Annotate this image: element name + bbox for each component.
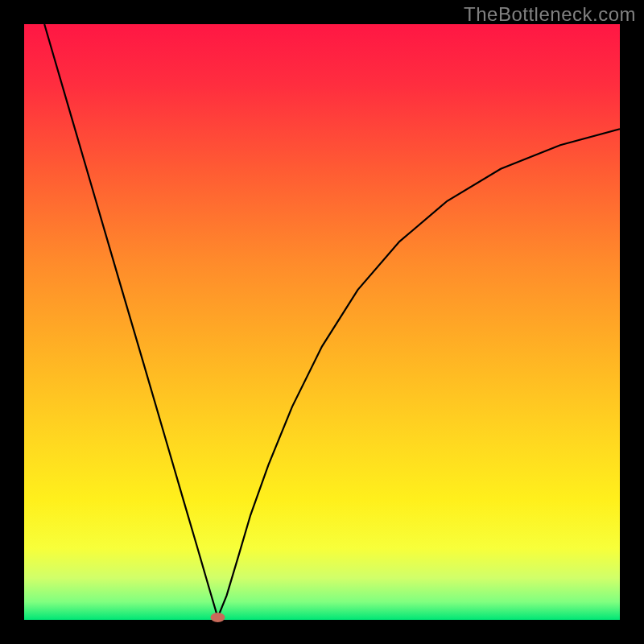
minimum-marker [211, 613, 225, 622]
watermark-text: TheBottleneck.com [464, 3, 636, 26]
chart-container: TheBottleneck.com [0, 0, 644, 644]
bottleneck-chart [0, 0, 644, 644]
plot-background [24, 24, 620, 620]
